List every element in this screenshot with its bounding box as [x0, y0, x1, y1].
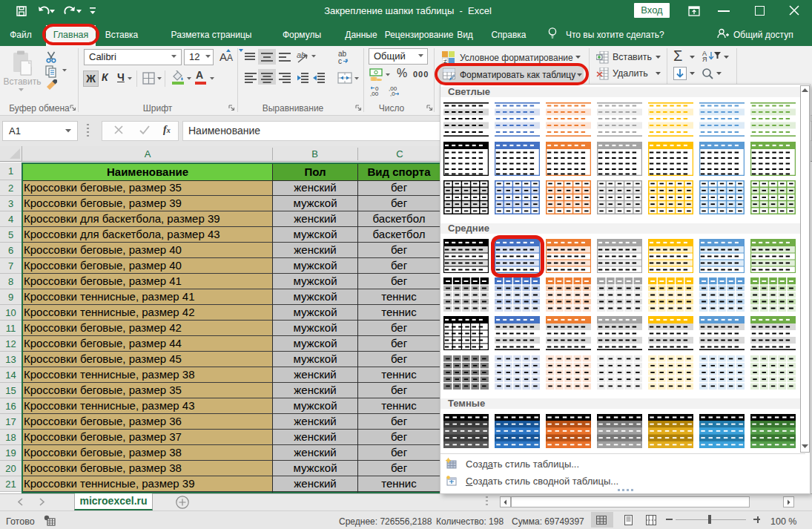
- svg-text:,0: ,0: [390, 91, 395, 96]
- svg-text:c: c: [338, 57, 342, 65]
- svg-text:ab: ab: [297, 50, 306, 59]
- svg-text:,00: ,00: [370, 91, 379, 96]
